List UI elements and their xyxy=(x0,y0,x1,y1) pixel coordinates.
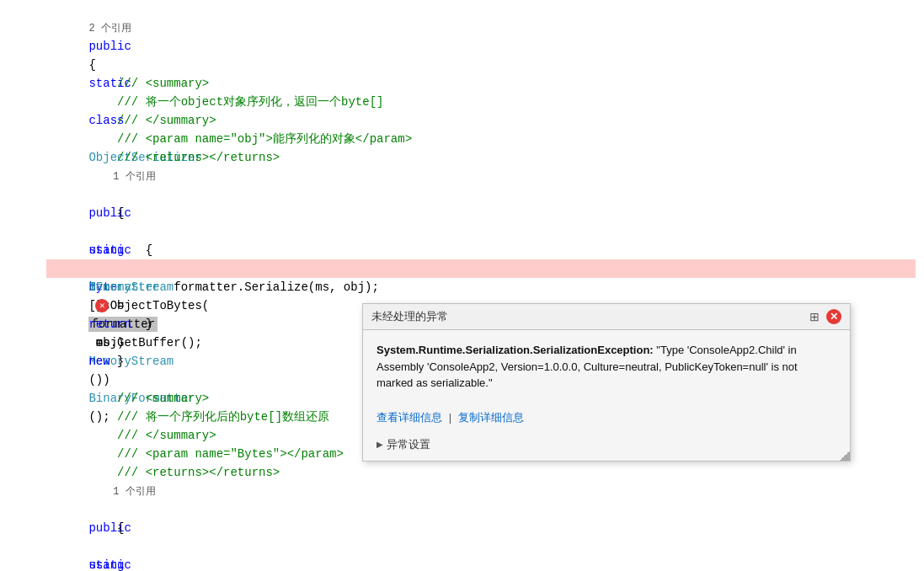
ref-count-method1: 1 个引用 xyxy=(46,148,916,167)
popup-links: 查看详细信息 | 复制详细信息 xyxy=(363,403,850,434)
ref-count-method2: 1 个引用 xyxy=(46,463,916,482)
code-line: { xyxy=(46,222,916,241)
code-line: { xyxy=(46,37,916,56)
code-line: public static object BytesToObject( byte… xyxy=(46,482,916,500)
code-line-comment: /// <summary> xyxy=(46,56,916,74)
code-line: public static byte [] ObjectToBytes( obj… xyxy=(46,167,916,185)
code-line: using ( MemoryStream ms = new MemoryStre… xyxy=(46,204,916,222)
code-line-error: formatter.Serialize(ms, obj); ✕ xyxy=(46,259,916,278)
code-line-comment: /// </summary> xyxy=(46,93,916,111)
ref-count-top: 2 个引用 xyxy=(46,0,916,19)
view-details-link[interactable]: 查看详细信息 xyxy=(377,411,442,424)
settings-label: 异常设置 xyxy=(387,437,430,452)
code-line: using ( MemoryStream ms = new MemoryStre… xyxy=(46,519,916,537)
pin-button[interactable]: ⊞ xyxy=(808,310,821,323)
exception-type: System.Runtime.Serialization.Serializati… xyxy=(377,344,654,356)
code-line: return ms.GetBuffer(); xyxy=(46,278,916,296)
popup-body: System.Runtime.Serialization.Serializati… xyxy=(363,330,850,403)
popup-title: 未经处理的异常 xyxy=(371,309,448,324)
code-line: { xyxy=(46,500,916,519)
link-separator: | xyxy=(449,411,451,424)
resize-handle[interactable] xyxy=(840,451,850,461)
exception-popup: 未经处理的异常 ⊞ ✕ System.Runtime.Serialization… xyxy=(362,303,851,462)
exception-settings[interactable]: ▶ 异常设置 xyxy=(363,434,850,461)
triangle-icon: ▶ xyxy=(377,440,383,449)
copy-details-link[interactable]: 复制详细信息 xyxy=(458,411,524,424)
code-line-comment: /// 将一个object对象序列化，返回一个byte[] xyxy=(46,74,916,93)
code-line-comment: /// <returns></returns> xyxy=(46,130,916,148)
popup-header: 未经处理的异常 ⊞ ✕ xyxy=(363,304,850,330)
popup-controls: ⊞ ✕ xyxy=(808,309,841,324)
close-button[interactable]: ✕ xyxy=(826,309,841,324)
code-editor: 2 个引用 public static class ObjectSerializ… xyxy=(0,0,924,571)
code-line: { xyxy=(46,185,916,204)
code-line: public static class ObjectSerializer xyxy=(46,19,916,37)
code-line: IFormatter formatter = new BinaryFormatt… xyxy=(46,241,916,259)
code-line-comment: /// <param name="obj">能序列化的对象</param> xyxy=(46,111,916,130)
